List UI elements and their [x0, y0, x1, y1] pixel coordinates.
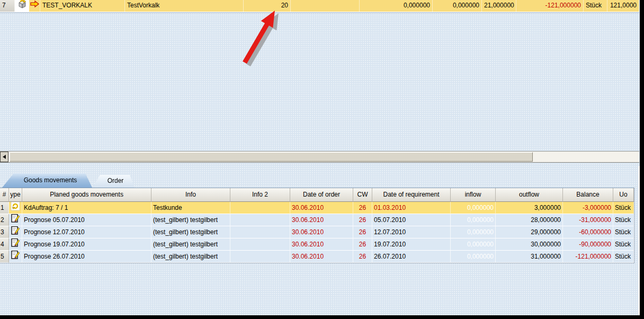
outflow-cell: 30,000000 — [496, 238, 563, 251]
cw-cell: 26 — [353, 251, 372, 263]
date-of-requirement-cell: 26.07.2010 — [372, 251, 451, 263]
cw-cell: 26 — [353, 226, 372, 238]
movement-cell: Prognose 05.07.2010 — [22, 214, 151, 226]
info2-cell — [230, 226, 290, 238]
info-cell: Testkunde — [151, 202, 230, 214]
sap-grid-window: 7 TEST_VORKALK TestVorkalk 20 — [0, 0, 644, 319]
info2-cell — [230, 251, 290, 263]
outflow-cell: 28,000000 — [496, 214, 563, 226]
date-of-order-cell: 30.06.2010 — [290, 226, 353, 238]
quantity-cell: 20 — [244, 0, 291, 12]
table-row[interactable]: 5 Prognose 26.07.2010 (test_gilbert) tes… — [0, 251, 634, 263]
uom-cell: Stück — [584, 0, 607, 12]
header-balance[interactable]: Balance — [563, 188, 613, 202]
date-of-order-cell: 30.06.2010 — [290, 251, 353, 263]
row-num: 1 — [0, 202, 9, 214]
info2-cell — [230, 202, 290, 214]
scroll-left-button[interactable] — [0, 152, 8, 162]
date-of-requirement-cell: 01.03.2010 — [372, 202, 451, 214]
value-c-cell: 21,000000 — [482, 0, 516, 12]
tab-goods-movements[interactable]: Goods movements — [2, 173, 92, 188]
movement-cell: Prognose 26.07.2010 — [22, 251, 151, 263]
inflow-cell: 0,000000 — [451, 214, 496, 226]
date-of-order-cell: 30.06.2010 — [290, 238, 353, 251]
row-num: 5 — [0, 251, 9, 263]
value-d-cell: 121,0000 — [607, 0, 639, 12]
row-num: 2 — [0, 214, 9, 226]
header-cw[interactable]: CW — [353, 188, 372, 202]
header-date-of-order[interactable]: Date of order — [290, 188, 353, 202]
header-inflow[interactable]: inflow — [451, 188, 496, 202]
red-annotation-arrow — [233, 4, 297, 70]
table-row[interactable]: 4 Prognose 19.07.2010 (test_gilbert) tes… — [0, 238, 634, 251]
inflow-cell: 0,000000 — [451, 238, 496, 251]
value-b-cell: 0,000000 — [433, 0, 482, 12]
empty-cell — [291, 0, 360, 12]
row-type — [9, 238, 22, 251]
balance-cell: -31,000000 — [563, 214, 613, 226]
outflow-cell: 31,000000 — [496, 251, 563, 263]
row-num: 4 — [0, 238, 9, 251]
tab-order[interactable]: Order — [92, 175, 135, 188]
edit-forecast-icon — [11, 226, 20, 238]
header-type[interactable]: ype — [9, 188, 22, 202]
cw-cell: 26 — [353, 238, 372, 251]
balance-cell: -121,000000 — [563, 251, 613, 263]
table-row[interactable]: 1 KdAuftrag: 7 / 1 Testkunde 30.06.2010 … — [0, 202, 634, 214]
date-of-order-cell: 30.06.2010 — [290, 214, 353, 226]
date-of-requirement-cell: 12.07.2010 — [372, 226, 451, 238]
horizontal-scrollbar[interactable] — [0, 151, 639, 163]
header-outflow[interactable]: outflow — [496, 188, 563, 202]
table-row[interactable]: 2 Prognose 05.07.2010 (test_gilbert) tes… — [0, 214, 634, 226]
header-planned-goods-movements[interactable]: Planed goods movements — [22, 188, 151, 202]
balance-cell: -121,000000 — [516, 0, 584, 12]
inflow-cell: 0,000000 — [451, 226, 496, 238]
cw-cell: 26 — [353, 214, 372, 226]
scroll-left-arrow-icon — [3, 155, 6, 159]
header-uom[interactable]: Uo — [613, 188, 634, 202]
date-of-requirement-cell: 05.07.2010 — [372, 214, 451, 226]
inflow-cell: 0,000000 — [451, 202, 496, 214]
uom-cell: Stück — [613, 238, 634, 251]
header-info[interactable]: Info — [151, 188, 230, 202]
edit-forecast-icon — [11, 251, 20, 263]
balance-cell: -60,000000 — [563, 226, 613, 238]
row-type — [9, 226, 22, 238]
info-cell: (test_gilbert) testgilbert — [151, 226, 230, 238]
info-cell: (test_gilbert) testgilbert — [151, 238, 230, 251]
info2-cell — [230, 238, 290, 251]
row-type — [9, 214, 22, 226]
material-name-cell: TEST_VORKALK — [40, 0, 125, 12]
screenshot-right-border — [640, 0, 644, 319]
material-description-cell: TestVorkalk — [125, 0, 244, 12]
info-cell: (test_gilbert) testgilbert — [151, 251, 230, 263]
movement-cell: Prognose 12.07.2010 — [22, 226, 151, 238]
outflow-cell: 3,000000 — [496, 202, 563, 214]
header-date-of-requirement[interactable]: Date of requirement — [372, 188, 451, 202]
edit-forecast-icon — [11, 238, 20, 251]
header-num[interactable]: # — [0, 188, 9, 202]
balance-cell: -90,000000 — [563, 238, 613, 251]
upper-grid-selected-row[interactable]: 7 TEST_VORKALK TestVorkalk 20 — [0, 0, 639, 12]
row-num: 3 — [0, 226, 9, 238]
goods-movements-table: # ype Planed goods movements Info Info 2… — [0, 188, 634, 263]
table-header-row: # ype Planed goods movements Info Info 2… — [0, 188, 634, 202]
header-info2[interactable]: Info 2 — [230, 188, 290, 202]
tab-strip: Goods movements Order — [2, 173, 135, 188]
uom-cell: Stück — [613, 251, 634, 263]
movement-cell: KdAuftrag: 7 / 1 — [22, 202, 151, 214]
balance-cell: -3,000000 — [563, 202, 613, 214]
forward-arrow-icon — [30, 0, 39, 12]
edit-forecast-icon — [11, 214, 20, 226]
table-row[interactable]: 3 Prognose 12.07.2010 (test_gilbert) tes… — [0, 226, 634, 238]
cw-cell: 26 — [353, 202, 372, 214]
inflow-cell: 0,000000 — [451, 251, 496, 263]
scrollbar-thumb[interactable] — [10, 152, 533, 162]
date-of-requirement-cell: 19.07.2010 — [372, 238, 451, 251]
info2-cell — [230, 214, 290, 226]
sales-order-icon — [11, 202, 20, 214]
row-number-cell: 7 — [0, 0, 15, 12]
uom-cell: Stück — [613, 226, 634, 238]
uom-cell: Stück — [613, 214, 634, 226]
screenshot-bottom-border — [0, 315, 644, 319]
